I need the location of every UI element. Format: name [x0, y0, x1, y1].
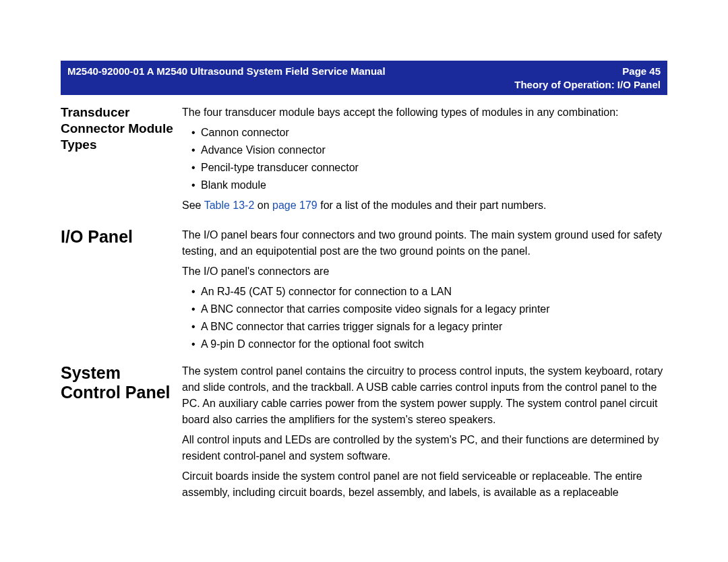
- heading-system-control-panel: System Control Panel: [61, 363, 182, 402]
- section-io-panel: I/O Panel The I/O panel bears four conne…: [61, 227, 667, 356]
- link-table-13-2[interactable]: Table 13-2: [204, 199, 255, 211]
- body-system-control-panel: The system control panel contains the ci…: [182, 363, 667, 505]
- link-page-179[interactable]: page 179: [272, 199, 317, 211]
- list-item: Advance Vision connector: [191, 142, 667, 158]
- see-mid: on: [254, 199, 272, 211]
- syscp-p2: All control inputs and LEDs are controll…: [182, 432, 667, 464]
- see-suffix: for a list of the modules and their part…: [317, 199, 547, 211]
- banner-row-1: M2540-92000-01 A M2540 Ultrasound System…: [67, 65, 661, 78]
- list-item: Pencil-type transducer connector: [191, 160, 667, 176]
- doc-id-title: M2540-92000-01 A M2540 Ultrasound System…: [67, 65, 386, 78]
- transducer-seealso: See Table 13-2 on page 179 for a list of…: [182, 197, 667, 214]
- list-item: A 9-pin D connector for the optional foo…: [191, 336, 667, 352]
- list-item: A BNC connector that carries composite v…: [191, 301, 667, 317]
- header-banner: M2540-92000-01 A M2540 Ultrasound System…: [61, 61, 667, 95]
- heading-io-panel: I/O Panel: [61, 227, 182, 247]
- list-item: Cannon connector: [191, 125, 667, 141]
- section-system-control-panel: System Control Panel The system control …: [61, 363, 667, 505]
- syscp-p3: Circuit boards inside the system control…: [182, 468, 667, 501]
- section-path: Theory of Operation: I/O Panel: [514, 79, 661, 90]
- transducer-bullets: Cannon connector Advance Vision connecto…: [182, 125, 667, 193]
- page: M2540-92000-01 A M2540 Ultrasound System…: [0, 0, 728, 562]
- banner-row-2: Theory of Operation: I/O Panel: [67, 78, 661, 92]
- see-prefix: See: [182, 199, 204, 211]
- body-transducer: The four transducer module bays accept t…: [182, 104, 667, 218]
- content: Transducer Connector Module Types The fo…: [61, 104, 667, 505]
- iopanel-p1: The I/O panel bears four connectors and …: [182, 227, 667, 259]
- transducer-intro: The four transducer module bays accept t…: [182, 104, 667, 121]
- list-item: A BNC connector that carries trigger sig…: [191, 319, 667, 335]
- iopanel-p2: The I/O panel's connectors are: [182, 263, 667, 280]
- body-io-panel: The I/O panel bears four connectors and …: [182, 227, 667, 356]
- list-item: Blank module: [191, 177, 667, 193]
- syscp-p1: The system control panel contains the ci…: [182, 363, 667, 428]
- list-item: An RJ-45 (CAT 5) connector for connectio…: [191, 284, 667, 300]
- section-transducer: Transducer Connector Module Types The fo…: [61, 104, 667, 218]
- iopanel-bullets: An RJ-45 (CAT 5) connector for connectio…: [182, 284, 667, 352]
- page-number: Page 45: [622, 65, 661, 78]
- heading-transducer: Transducer Connector Module Types: [61, 104, 182, 152]
